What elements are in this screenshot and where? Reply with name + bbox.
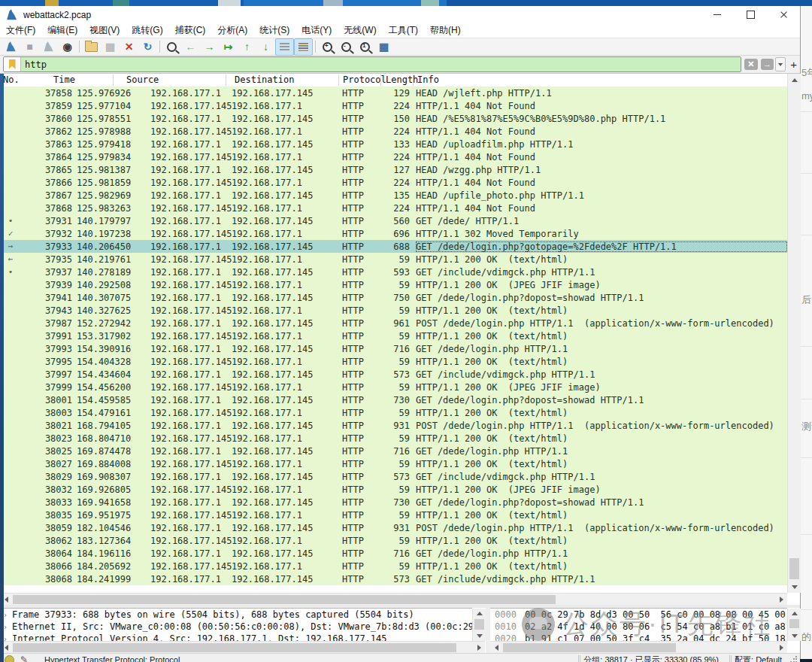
packet-row[interactable]: 37999154.456200192.168.177.145192.168.17… [0,381,787,393]
stop-capture-icon[interactable]: ■ [20,38,39,56]
go-forward-icon[interactable]: → [200,38,219,56]
packet-row[interactable]: 37867125.982969192.168.177.1192.168.177.… [0,189,787,202]
packet-row[interactable]: 38027169.884008192.168.177.145192.168.17… [0,457,787,470]
scroll-right-button[interactable] [775,594,787,606]
packet-row[interactable]: 37860125.978551192.168.177.1192.168.177.… [0,112,787,125]
start-capture-icon[interactable] [2,38,20,56]
hscroll-thumb[interactable] [13,643,456,652]
display-filter-input[interactable]: http [21,57,741,71]
packet-row[interactable]: →37933140.206450192.168.177.1192.168.177… [0,240,787,253]
open-file-icon[interactable] [82,38,101,56]
scroll-down-button[interactable] [473,631,486,641]
menu-item[interactable]: 捕获(C) [169,23,212,38]
column-divider[interactable] [338,74,339,86]
packet-row[interactable]: 37866125.981859192.168.177.145192.168.17… [0,176,787,189]
packet-row[interactable]: 37987152.272942192.168.177.1192.168.177.… [0,317,787,329]
filter-apply-button[interactable]: → [761,59,774,70]
packet-row[interactable]: ✓37932140.197238192.168.177.145192.168.1… [0,227,787,240]
resize-columns-icon[interactable]: ▦ [374,38,393,56]
vscroll-thumb[interactable] [474,619,484,630]
column-header-source[interactable]: Source [126,74,159,85]
details-vscrollbar[interactable] [472,609,486,641]
packet-row[interactable]: 37939140.292508192.168.177.145192.168.17… [0,278,787,291]
maximize-button[interactable] [734,6,767,23]
detail-line[interactable]: ›Frame 37933: 688 bytes on wire (5504 bi… [0,609,472,621]
go-back-icon[interactable]: ← [181,38,200,56]
vscroll-thumb[interactable] [789,619,799,628]
packet-row[interactable]: 37991153.317902192.168.177.145192.168.17… [0,329,787,342]
packet-row[interactable]: •37931140.179797192.168.177.1192.168.177… [0,214,787,227]
restart-capture-icon[interactable] [39,38,58,56]
save-file-icon[interactable]: ▦ [101,38,120,56]
zoom-out-icon[interactable]: - [337,38,356,56]
zoom-100-icon[interactable]: 1 [356,38,374,56]
packet-row[interactable]: 38033169.941658192.168.177.1192.168.177.… [0,496,787,509]
details-hscrollbar[interactable] [0,641,485,654]
packet-row[interactable]: 38062183.127364192.168.177.145192.168.17… [0,534,787,547]
minimize-button[interactable] [701,6,734,23]
menu-item[interactable]: 分析(A) [211,23,253,38]
filter-add-button[interactable]: + [790,58,797,71]
find-packet-icon[interactable] [162,38,181,56]
packet-row[interactable]: 38021168.794105192.168.177.1192.168.177.… [0,419,787,432]
column-divider[interactable] [226,74,226,86]
packet-row[interactable]: 38064184.196116192.168.177.1192.168.177.… [0,547,787,560]
packet-row[interactable]: 38003154.479161192.168.177.145192.168.17… [0,406,787,419]
detail-line[interactable]: ›Ethernet II, Src: VMware_c0:00:08 (00:5… [0,621,472,633]
column-divider[interactable] [113,74,114,86]
column-header-info[interactable]: Info [417,74,439,85]
column-header-no[interactable]: No. [3,74,20,85]
go-bottom-icon[interactable]: ↓ [256,38,275,56]
close-button[interactable] [767,6,800,23]
packet-row[interactable]: 38059182.104546192.168.177.1192.168.177.… [0,521,787,534]
packet-row[interactable]: 37864125.979834192.168.177.145192.168.17… [0,150,787,163]
menu-item[interactable]: 帮助(H) [424,23,467,38]
close-file-icon[interactable]: ✕ [120,38,138,56]
profile-text[interactable]: 配置: Default [735,654,782,662]
packet-row[interactable]: 37862125.978988192.168.177.145192.168.17… [0,125,787,138]
menu-item[interactable]: 电话(Y) [295,23,338,38]
expander-chevron-icon[interactable]: › [3,623,12,631]
packet-list-hscrollbar[interactable] [0,593,787,606]
menu-item[interactable]: 编辑(E) [41,23,83,38]
scroll-right-button[interactable] [473,642,485,654]
packet-row[interactable]: 37858125.976926192.168.177.1192.168.177.… [0,87,787,99]
column-divider[interactable] [413,74,414,86]
packet-row[interactable]: 37995154.404328192.168.177.145192.168.17… [0,355,787,368]
menu-item[interactable]: 工具(T) [383,23,424,38]
resize-grip[interactable] [789,656,797,662]
capture-options-icon[interactable]: ◉ [58,38,77,56]
scroll-up-button[interactable] [788,74,801,86]
packet-row[interactable]: 37941140.307075192.168.177.1192.168.177.… [0,291,787,304]
go-to-packet-icon[interactable]: ↦ [219,38,238,56]
hex-line[interactable]: 000000 0c 29 7b 8d d3 00 50 56 c0 00 08 … [490,609,787,621]
packet-row[interactable]: 37943140.327625192.168.177.145192.168.17… [0,304,787,317]
packet-row[interactable]: 38068184.241999192.168.177.1192.168.177.… [0,572,787,585]
hscroll-thumb[interactable] [13,595,556,604]
hscroll-thumb[interactable] [503,643,676,652]
scroll-down-button[interactable] [788,581,801,593]
menu-item[interactable]: 文件(F) [0,23,41,38]
colorize-icon[interactable] [294,38,313,56]
title-bar[interactable]: webattack2.pcap [0,6,800,23]
scroll-up-button[interactable] [473,609,486,618]
hex-vscrollbar[interactable] [787,609,801,641]
packet-row[interactable]: ←37935140.219761192.168.177.145192.168.1… [0,253,787,266]
scroll-left-button[interactable] [490,642,502,654]
scroll-right-button[interactable] [775,642,787,654]
packet-row[interactable]: 37859125.977104192.168.177.145192.168.17… [0,99,787,112]
packet-row[interactable]: 38025169.874478192.168.177.1192.168.177.… [0,445,787,457]
scroll-up-button[interactable] [788,609,801,618]
packet-row[interactable]: 38035169.951975192.168.177.145192.168.17… [0,509,787,521]
packet-row[interactable]: •37937140.278189192.168.177.1192.168.177… [0,266,787,278]
menu-item[interactable]: 无线(W) [338,23,382,38]
menu-item[interactable]: 视图(V) [83,23,126,38]
hex-hscrollbar[interactable] [490,641,787,654]
filter-bookmark-button[interactable] [4,57,21,71]
packet-row[interactable]: 37863125.979418192.168.177.1192.168.177.… [0,138,787,150]
auto-scroll-icon[interactable] [275,38,294,56]
vscroll-thumb[interactable] [789,558,799,579]
packet-list-vscrollbar[interactable] [787,74,801,593]
packet-row[interactable]: 37865125.981387192.168.177.1192.168.177.… [0,163,787,176]
packet-row[interactable]: 38001154.459585192.168.177.1192.168.177.… [0,393,787,406]
